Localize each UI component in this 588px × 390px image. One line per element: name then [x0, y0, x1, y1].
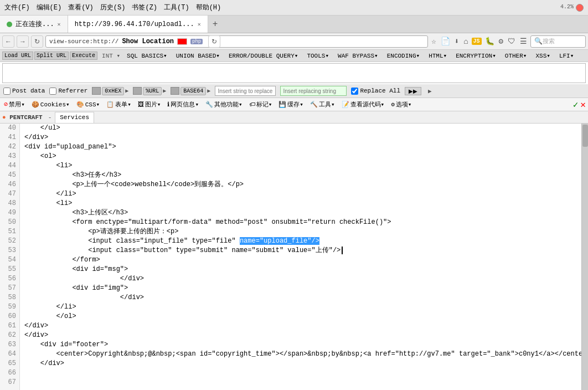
code-line: <p>上传一个<code>webshell</code>到服务器。</p>	[24, 180, 577, 189]
post-data-checkbox[interactable]	[3, 88, 11, 95]
firebug-icon[interactable]: 🐛	[484, 35, 496, 47]
reader-icon[interactable]: 📄	[440, 35, 451, 47]
navigate-button[interactable]: ↻	[208, 35, 220, 48]
code-line: <center>Copyright&nbsp;@&nbsp;<span id="…	[24, 350, 577, 359]
code-content[interactable]: </ul></div><div id="upload_panel"> <ol> …	[20, 124, 581, 390]
replace-all-checkbox[interactable]	[351, 88, 358, 95]
replace-all-button[interactable]: ▶▶	[405, 87, 421, 95]
hackbar-other[interactable]: OTHER▾	[503, 51, 529, 60]
menu-items[interactable]: 文件(F) 编辑(E) 查看(V) 历史(S) 书签(Z) 工具(T) 帮助(H…	[4, 3, 221, 12]
page-info-label: 网页信息▾	[171, 100, 199, 109]
referrer-checkbox-label[interactable]: Referrer	[49, 88, 87, 95]
insert-replacing-input[interactable]	[280, 86, 347, 96]
source-icon: 📝	[342, 101, 349, 108]
hackbar-xss[interactable]: XSS▾	[533, 51, 552, 60]
hackbar-union-based[interactable]: UNION BASED▾	[174, 51, 222, 60]
hackbar-error-query[interactable]: ERROR/DOUBLE QUERY▾	[226, 51, 300, 60]
hackbar-waf-bypass[interactable]: WAF BYPASS▾	[336, 51, 380, 60]
code-line: </div>	[24, 293, 577, 302]
scrollbar-thumb[interactable]	[582, 125, 588, 147]
menu-help[interactable]: 帮助(H)	[196, 3, 221, 12]
page-info-button[interactable]: ℹ 网页信息▾	[166, 99, 200, 110]
line-number: 54	[3, 255, 16, 265]
settings-icon[interactable]: ⚙	[498, 35, 504, 47]
menu-icon[interactable]: ☰	[519, 35, 528, 47]
line-numbers: 4041424344454647484950515253545556575859…	[0, 124, 20, 390]
close-button[interactable]	[576, 4, 584, 12]
menu-bookmarks[interactable]: 书签(Z)	[132, 3, 157, 12]
search-bar[interactable]: 🔍 搜索	[530, 35, 586, 48]
status-error-icon: ✕	[580, 99, 586, 110]
mark-button[interactable]: 🏷 标记▾	[247, 99, 274, 110]
code-line: </div>	[24, 274, 577, 284]
hackbar-encryption[interactable]: ENCRYPTION▾	[453, 51, 498, 60]
status-ok-icon: ✓	[573, 99, 579, 110]
line-number: 41	[3, 133, 16, 142]
hackbar-sql-basics[interactable]: SQL BASICS▾	[125, 51, 169, 60]
tab-2-close[interactable]: ✕	[198, 21, 201, 28]
insert-replace-input[interactable]	[215, 86, 276, 96]
home-icon[interactable]: ⌂	[462, 36, 469, 47]
base64-button[interactable]: BASE64	[180, 87, 206, 95]
forward-button[interactable]: →	[17, 35, 29, 48]
hackbar-encoding[interactable]: ENCODING▾	[385, 51, 422, 60]
options-button[interactable]: ⚙ 选项▾	[389, 99, 413, 110]
hackbar-html[interactable]: HTML▾	[426, 51, 449, 60]
menu-view[interactable]: 查看(V)	[68, 3, 94, 12]
url-button[interactable]: %URL	[143, 87, 162, 95]
source-area: 4041424344454647484950515253545556575859…	[0, 124, 588, 390]
hackbar-int[interactable]: INT ▾	[102, 52, 120, 59]
tab-1[interactable]: 正在连接... ✕	[0, 16, 68, 33]
base64-icon	[171, 87, 179, 95]
show-location: Show Location	[122, 38, 174, 45]
tools-label: 工具▾	[319, 100, 335, 109]
referrer-checkbox[interactable]	[49, 88, 56, 95]
referrer-label: Referrer	[58, 88, 87, 94]
menu-file[interactable]: 文件(F)	[4, 3, 30, 12]
hex-button[interactable]: 0xHEX	[102, 87, 124, 95]
tab-1-close[interactable]: ✕	[58, 21, 61, 28]
hackbar-lfi[interactable]: LFI▾	[557, 51, 576, 60]
tab-dot	[7, 22, 12, 27]
code-line: <input class="button" type="submit" name…	[24, 246, 577, 255]
post-data-checkbox-label[interactable]: Post data	[3, 88, 45, 95]
view-source-button[interactable]: 📝 查看源代码▾	[340, 99, 386, 110]
hackbar-tools[interactable]: TOOLS▾	[305, 51, 331, 60]
services-tab[interactable]: Services	[55, 112, 94, 123]
line-number: 48	[3, 199, 16, 208]
tools-button[interactable]: 🔨 工具▾	[308, 99, 337, 110]
other-tools-button[interactable]: 🔧 其他功能▾	[204, 99, 244, 110]
search-placeholder: 搜索	[543, 37, 555, 45]
bookmark-icon[interactable]: ☆	[430, 35, 437, 47]
shield-icon[interactable]: 🛡	[507, 36, 517, 47]
css-button[interactable]: 🎨 CSS▾	[75, 100, 101, 109]
hackbar-textarea[interactable]	[3, 64, 585, 83]
execute-button[interactable]: Execute	[70, 52, 97, 60]
back-button[interactable]: ←	[2, 35, 14, 48]
replace-all-label[interactable]: Replace All	[351, 88, 400, 95]
menu-history[interactable]: 历史(S)	[100, 3, 126, 12]
load-url-button[interactable]: Load URL	[2, 52, 33, 60]
tab-2[interactable]: http://39.96.44.170/uploadl... ✕	[68, 16, 208, 33]
forms-icon: 📋	[106, 101, 114, 108]
hackbar-extra-arrow[interactable]: ▶	[428, 88, 432, 95]
js-icon[interactable]: JS	[472, 38, 482, 45]
forms-button[interactable]: 📋 表单▾	[105, 99, 133, 110]
address-bar[interactable]: view-source:http:// Show Location php ↻	[45, 35, 428, 48]
split-url-button[interactable]: Split URL	[34, 52, 69, 60]
menu-edit[interactable]: 编辑(E)	[37, 3, 62, 12]
address-prefix: view-source:http://	[49, 38, 118, 45]
menu-tools[interactable]: 工具(T)	[164, 3, 189, 12]
scrollbar[interactable]	[581, 124, 588, 390]
reload-button[interactable]: ↻	[31, 35, 43, 48]
disable-button[interactable]: ⊘ 禁用▾	[2, 99, 27, 110]
images-button[interactable]: 🖼 图片▾	[136, 99, 163, 110]
cache-button[interactable]: 💾 缓存▾	[277, 99, 305, 110]
cookies-button[interactable]: 🍪 Cookies▾	[30, 100, 71, 109]
new-tab-button[interactable]: +	[208, 19, 223, 29]
code-line: </div>	[24, 359, 577, 368]
hackbar-input-area[interactable]	[2, 63, 586, 83]
download-icon[interactable]: ⬇	[453, 35, 460, 47]
line-number: 60	[3, 312, 16, 321]
code-line: <div id="msg">	[24, 265, 577, 274]
